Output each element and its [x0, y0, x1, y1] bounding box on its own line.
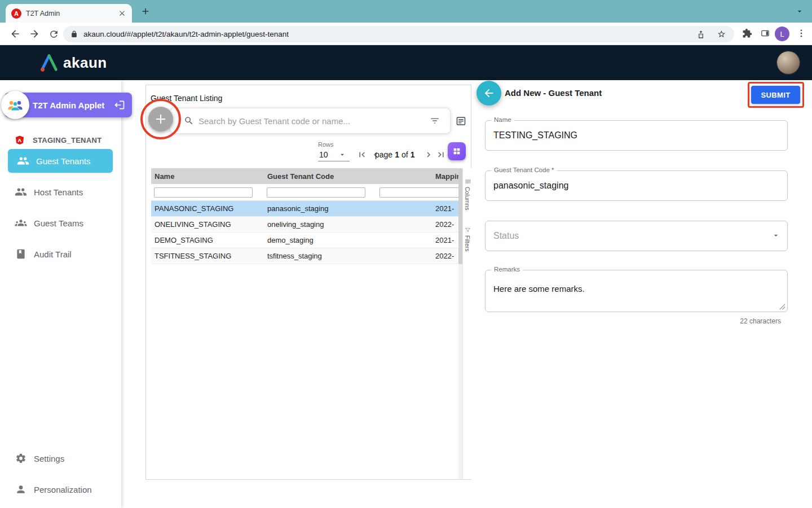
columns-tab[interactable]: Columns — [463, 178, 472, 210]
guest-tenant-table: Name Guest Tenant Code Mapping PANASONIC… — [151, 168, 458, 479]
sidebar-item-guest-teams[interactable]: Guest Teams — [0, 213, 121, 233]
column-header-mapping[interactable]: Mapping — [377, 168, 458, 184]
filters-tab-label: Filters — [464, 235, 471, 252]
funnel-icon — [465, 227, 471, 233]
browser-tab-strip: A T2T Admin — [0, 0, 812, 23]
rows-per-page-select[interactable]: 10 — [318, 148, 350, 161]
scrollbar-thumb[interactable] — [458, 168, 462, 264]
akaun-logo[interactable]: akaun — [38, 52, 107, 73]
table-row[interactable]: DEMO_STAGING demo_staging 2021- — [151, 233, 458, 248]
form-view-icon[interactable] — [455, 115, 467, 127]
guest-tenant-code-field[interactable]: Guest Tenant Code * panasonic_staging — [485, 170, 788, 201]
groups-icon — [15, 217, 27, 229]
status-placeholder: Status — [493, 221, 519, 251]
tab-close-icon[interactable] — [118, 9, 126, 17]
address-bar[interactable]: akaun.cloud/#/applet/t2t/akaun/t2t-admin… — [63, 26, 734, 42]
browser-profile-avatar[interactable]: L — [775, 27, 789, 41]
gear-icon — [15, 453, 27, 464]
chevron-down-icon — [771, 231, 780, 240]
page-number: 1 — [395, 150, 399, 159]
browser-back-icon[interactable] — [9, 28, 21, 40]
column-header-name[interactable]: Name — [151, 168, 264, 184]
name-field-value: TESTING_STAGING — [493, 121, 577, 150]
cell-code: panasonic_staging — [264, 201, 377, 216]
tab-favicon-icon: A — [11, 8, 21, 19]
table-side-tabs: Columns Filters — [462, 168, 471, 479]
new-tab-button[interactable] — [140, 6, 151, 17]
lock-icon[interactable] — [70, 30, 78, 38]
back-button[interactable] — [476, 81, 501, 106]
sidebar-item-host-tenants[interactable]: Host Tenants — [0, 182, 121, 202]
next-page-button[interactable] — [422, 148, 435, 161]
table-row[interactable]: PANASONIC_STAGING panasonic_staging 2021… — [151, 201, 458, 217]
table-row[interactable]: TSFITNESS_STAGING tsfitness_staging 2022… — [151, 248, 458, 264]
columns-icon — [465, 178, 471, 185]
table-row[interactable]: ONELIVING_STAGING oneliving_staging 2022… — [151, 217, 458, 233]
resize-handle-icon[interactable] — [779, 304, 785, 310]
browser-reload-icon[interactable] — [47, 28, 60, 40]
cell-mapping: 2021- — [377, 233, 458, 248]
sidebar: T2T Admin Applet A STAGING_TENANT Guest … — [0, 80, 121, 508]
arrow-back-icon — [483, 87, 495, 99]
sidebar-item-audit-trail[interactable]: Audit Trail — [0, 244, 121, 264]
chevron-down-icon — [334, 151, 350, 159]
browser-forward-icon[interactable] — [28, 28, 41, 40]
add-guest-tenant-button[interactable] — [148, 107, 173, 132]
cell-name: DEMO_STAGING — [151, 233, 264, 248]
column-header-code[interactable]: Guest Tenant Code — [264, 168, 377, 184]
applet-people-icon — [1, 91, 29, 119]
sidebar-item-guest-tenants[interactable]: Guest Tenants — [8, 149, 113, 173]
svg-text:A: A — [17, 137, 21, 143]
cell-mapping: 2022- — [377, 217, 458, 232]
tab-title: T2T Admin — [26, 10, 118, 17]
filter-list-icon[interactable] — [430, 116, 440, 126]
side-panel-icon[interactable] — [760, 28, 770, 38]
remarks-field[interactable]: Remarks Here are some remarks. — [485, 270, 788, 312]
search-input[interactable] — [198, 116, 430, 126]
people-icon — [17, 155, 29, 167]
person-icon — [15, 484, 27, 495]
sidebar-item-label: Personalization — [34, 485, 92, 494]
cell-mapping: 2022- — [377, 248, 458, 264]
search-bar — [170, 108, 451, 134]
filters-tab[interactable]: Filters — [463, 227, 472, 252]
filter-input-name[interactable] — [154, 187, 253, 198]
filter-input-code[interactable] — [267, 187, 365, 198]
bookmark-star-icon[interactable] — [717, 29, 726, 39]
table-filter-row — [151, 184, 458, 201]
page-indicator: page 1 of 1 — [375, 148, 414, 161]
panel-title: Add New - Guest Tenant — [505, 88, 602, 98]
sidebar-item-staging-tenant[interactable]: A STAGING_TENANT — [0, 132, 121, 148]
browser-toolbar: akaun.cloud/#/applet/t2t/akaun/t2t-admin… — [0, 23, 812, 45]
profile-avatar[interactable] — [777, 51, 800, 74]
applet-name: T2T Admin Applet — [33, 100, 114, 110]
name-field[interactable]: Name TESTING_STAGING — [485, 120, 788, 151]
browser-menu-icon[interactable] — [796, 28, 806, 38]
status-select[interactable]: Status — [485, 221, 788, 251]
cell-code: oneliving_staging — [264, 217, 377, 232]
sidebar-item-settings[interactable]: Settings — [0, 448, 121, 468]
sidebar-item-personalization[interactable]: Personalization — [0, 479, 121, 500]
sidebar-item-label: Guest Tenants — [36, 156, 90, 166]
sidebar-item-label: Settings — [34, 454, 64, 463]
tab-strip-chevron-icon[interactable] — [795, 7, 804, 16]
code-field-value: panasonic_staging — [493, 171, 568, 200]
plus-icon — [154, 112, 167, 126]
grid-icon — [452, 147, 461, 156]
grid-view-button[interactable] — [448, 142, 466, 160]
submit-button[interactable]: SUBMIT — [751, 86, 800, 104]
sidebar-item-label: Host Tenants — [34, 187, 83, 197]
first-page-button[interactable] — [356, 148, 368, 161]
listing-title: Guest Tenant Listing — [151, 94, 222, 103]
share-icon[interactable] — [696, 30, 705, 39]
exit-applet-icon[interactable] — [114, 99, 125, 111]
last-page-button[interactable] — [435, 148, 447, 161]
cell-name: PANASONIC_STAGING — [151, 201, 264, 216]
browser-tab[interactable]: A T2T Admin — [6, 4, 132, 23]
total-pages: 1 — [411, 150, 415, 159]
filter-input-mapping[interactable] — [379, 187, 458, 198]
extensions-icon[interactable] — [742, 28, 752, 38]
book-icon — [15, 248, 27, 260]
sidebar-item-label: Audit Trail — [34, 249, 72, 259]
applet-banner[interactable]: T2T Admin Applet — [5, 93, 132, 117]
